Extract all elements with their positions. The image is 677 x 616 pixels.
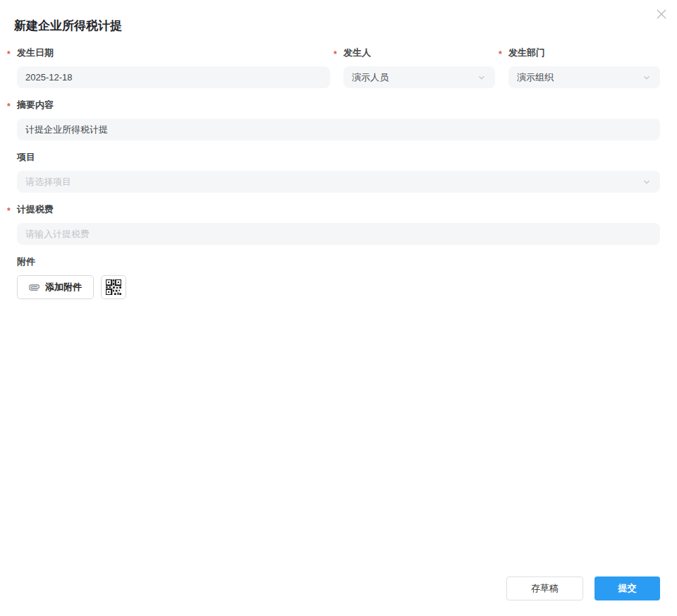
close-button[interactable] <box>653 6 670 23</box>
tax-amount-label-row: * 计提税费 <box>17 205 660 215</box>
field-project: 项目 请选择项目 <box>17 152 660 193</box>
chevron-down-icon <box>477 73 487 83</box>
required-asterisk: * <box>7 47 17 59</box>
form-row-1: * 发生日期 * 发生人 演示人员 * <box>17 48 660 100</box>
submit-button[interactable]: 提交 <box>594 576 660 600</box>
required-asterisk: * <box>7 99 17 111</box>
tax-amount-label: 计提税费 <box>17 205 54 215</box>
field-occur-dept: * 发生部门 演示组织 <box>508 48 660 88</box>
occur-person-label-row: * 发生人 <box>343 48 495 58</box>
occur-date-label-row: * 发生日期 <box>17 48 330 58</box>
field-occur-date: * 发生日期 <box>17 48 330 88</box>
occur-date-label: 发生日期 <box>17 48 54 58</box>
close-icon <box>654 7 669 21</box>
project-label: 项目 <box>17 152 35 162</box>
chevron-down-icon <box>642 73 652 83</box>
required-asterisk: * <box>7 204 17 216</box>
attachment-label-row: 附件 <box>17 257 660 267</box>
occur-date-input[interactable] <box>17 66 330 88</box>
paperclip-icon <box>29 282 39 293</box>
field-attachment: 附件 添加附件 <box>17 257 660 299</box>
field-occur-person: * 发生人 演示人员 <box>343 48 495 88</box>
occur-person-selected-value: 演示人员 <box>352 71 389 84</box>
occur-person-select[interactable]: 演示人员 <box>343 66 495 88</box>
occur-dept-select[interactable]: 演示组织 <box>508 66 660 88</box>
dialog-footer: 存草稿 提交 <box>506 576 660 600</box>
accrual-form: * 发生日期 * 发生人 演示人员 * <box>17 48 660 299</box>
new-corporate-income-tax-accrual-dialog: 新建企业所得税计提 * 发生日期 * 发生人 演示人员 <box>0 0 677 616</box>
summary-label: 摘要内容 <box>17 100 54 110</box>
occur-dept-label: 发生部门 <box>508 48 545 58</box>
qrcode-upload-button[interactable] <box>101 275 126 299</box>
chevron-down-icon <box>642 177 652 187</box>
occur-dept-selected-value: 演示组织 <box>517 71 554 84</box>
dialog-title: 新建企业所得税计提 <box>0 0 677 33</box>
summary-label-row: * 摘要内容 <box>17 100 660 110</box>
add-attachment-button[interactable]: 添加附件 <box>17 275 94 299</box>
occur-person-label: 发生人 <box>343 48 371 58</box>
attachment-label: 附件 <box>17 257 35 267</box>
occur-dept-label-row: * 发生部门 <box>508 48 660 58</box>
field-summary: * 摘要内容 <box>17 100 660 140</box>
project-select[interactable]: 请选择项目 <box>17 171 660 193</box>
project-label-row: 项目 <box>17 152 660 162</box>
summary-input[interactable] <box>17 119 660 140</box>
add-attachment-label: 添加附件 <box>45 281 82 294</box>
project-placeholder: 请选择项目 <box>25 176 71 188</box>
field-tax-amount: * 计提税费 <box>17 205 660 245</box>
required-asterisk: * <box>499 47 508 59</box>
tax-amount-input[interactable] <box>17 223 660 245</box>
qrcode-icon <box>106 279 121 295</box>
attachment-controls: 添加附件 <box>17 275 660 299</box>
save-draft-button[interactable]: 存草稿 <box>506 576 583 600</box>
required-asterisk: * <box>334 47 343 59</box>
